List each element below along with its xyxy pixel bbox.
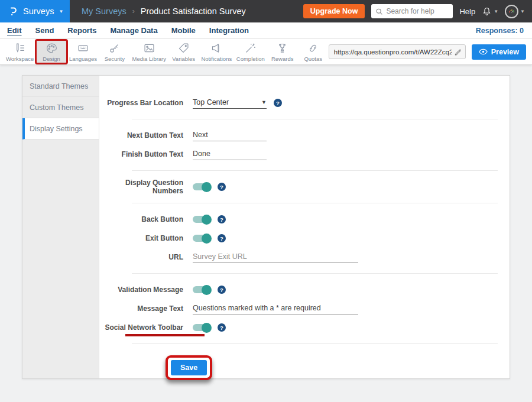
section-divider <box>132 343 498 344</box>
notifications-bell-menu[interactable]: ▼ <box>482 7 498 17</box>
toolbar-item-security[interactable]: Security <box>99 40 130 63</box>
tab-mobile[interactable]: Mobile <box>171 26 196 35</box>
languages-icon <box>77 42 89 54</box>
breadcrumb-separator-icon: › <box>132 7 135 15</box>
settings-card: Standard Themes Custom Themes Display Se… <box>22 75 510 379</box>
help-tooltip-icon[interactable]: ? <box>218 323 226 332</box>
help-link[interactable]: Help <box>459 7 475 16</box>
next-button-text-label: Next Button Text <box>99 131 193 140</box>
product-menu-label: Surveys <box>23 7 54 16</box>
tab-edit[interactable]: Edit <box>7 26 22 35</box>
save-button[interactable]: Save <box>171 360 207 375</box>
finish-button-text-input[interactable] <box>193 148 267 160</box>
workspace-icon <box>14 42 26 54</box>
validation-message-row: Validation Message ? <box>99 280 510 299</box>
message-text-input[interactable] <box>193 303 358 315</box>
help-tooltip-icon[interactable]: ? <box>218 183 226 191</box>
toolbar-item-rewards[interactable]: Rewards <box>267 40 298 63</box>
breadcrumb: My Surveys › Product Satisfaction Survey <box>82 7 246 16</box>
social-network-toolbar-label: Social Network Toolbar <box>99 323 193 332</box>
top-header: Surveys ▼ My Surveys › Product Satisfact… <box>0 0 532 22</box>
back-button-toggle[interactable] <box>193 216 210 223</box>
help-tooltip-icon[interactable]: ? <box>274 99 282 107</box>
search-icon <box>375 8 383 15</box>
section-divider <box>132 273 498 274</box>
bell-icon <box>482 7 492 17</box>
tab-reports[interactable]: Reports <box>67 26 96 35</box>
edit-toolbar: Workspace Design Languages Security Medi… <box>0 39 532 65</box>
toolbar-item-variables[interactable]: Variables <box>168 40 199 63</box>
exit-url-row: URL <box>99 248 510 267</box>
questionpro-logo-icon <box>7 6 18 17</box>
chevron-down-icon: ▼ <box>59 9 63 14</box>
tab-send[interactable]: Send <box>35 26 54 35</box>
design-icon <box>46 42 58 54</box>
account-menu[interactable]: ▼ <box>505 5 525 18</box>
validation-message-label: Validation Message <box>99 286 193 294</box>
progress-bar-location-row: Progress Bar Location Top Center ▼ ? <box>99 93 510 112</box>
exit-url-input[interactable] <box>193 251 358 263</box>
chevron-down-icon: ▼ <box>261 99 267 105</box>
display-question-numbers-toggle[interactable] <box>193 183 210 190</box>
app-window: Surveys ▼ My Surveys › Product Satisfact… <box>0 0 532 402</box>
tab-manage-data[interactable]: Manage Data <box>110 26 157 35</box>
help-tooltip-icon[interactable]: ? <box>218 234 226 242</box>
security-icon <box>108 42 121 54</box>
back-button-label: Back Button <box>99 215 193 223</box>
notifications-icon <box>210 42 223 54</box>
progress-bar-location-select[interactable]: Top Center ▼ <box>193 97 267 109</box>
completion-icon <box>244 42 257 54</box>
sidebar-item-custom-themes[interactable]: Custom Themes <box>22 97 99 118</box>
eye-icon <box>479 48 488 55</box>
header-actions: Upgrade Now Help ▼ ▼ <box>303 4 532 18</box>
survey-url-field[interactable] <box>329 44 466 59</box>
help-tooltip-icon[interactable]: ? <box>218 286 226 294</box>
social-network-toolbar-row: Social Network Toolbar ? <box>99 318 510 337</box>
sidebar-item-standard-themes[interactable]: Standard Themes <box>22 76 99 97</box>
toolbar-item-media-library[interactable]: Media Library <box>130 40 168 63</box>
next-button-text-input[interactable] <box>193 129 267 141</box>
section-divider <box>132 119 498 119</box>
finish-button-text-row: Finish Button Text <box>99 145 510 164</box>
surveys-product-menu[interactable]: Surveys ▼ <box>0 0 70 22</box>
avatar <box>505 5 518 18</box>
breadcrumb-survey-title: Product Satisfaction Survey <box>141 7 246 16</box>
display-question-numbers-row: Display Question Numbers ? <box>99 177 510 196</box>
save-section: Save <box>99 351 510 380</box>
toolbar-item-languages[interactable]: Languages <box>67 40 99 63</box>
help-search-input[interactable] <box>386 7 449 15</box>
next-button-text-row: Next Button Text <box>99 126 510 145</box>
validation-message-toggle[interactable] <box>193 286 210 293</box>
breadcrumb-my-surveys[interactable]: My Surveys <box>82 7 126 16</box>
responses-count[interactable]: Responses: 0 <box>476 27 524 35</box>
toolbar-item-completion[interactable]: Completion <box>234 40 267 63</box>
chevron-down-icon: ▼ <box>520 9 525 14</box>
finish-button-text-label: Finish Button Text <box>99 150 193 158</box>
upgrade-now-button[interactable]: Upgrade Now <box>303 4 365 18</box>
message-text-label: Message Text <box>99 304 193 313</box>
exit-button-toggle[interactable] <box>193 235 210 242</box>
toolbar-item-notifications[interactable]: Notifications <box>199 40 234 63</box>
variables-icon <box>177 42 190 54</box>
display-question-numbers-label: Display Question Numbers <box>99 179 193 195</box>
toolbar-item-design[interactable]: Design <box>36 40 67 63</box>
toolbar-item-workspace[interactable]: Workspace <box>4 40 36 63</box>
sidebar-item-display-settings[interactable]: Display Settings <box>22 118 99 140</box>
preview-button[interactable]: Preview <box>472 44 526 60</box>
media-library-icon <box>143 42 155 54</box>
chevron-down-icon: ▼ <box>494 9 498 14</box>
edit-pencil-icon[interactable] <box>454 48 462 56</box>
annotation-red-underline <box>125 334 205 336</box>
design-sidebar: Standard Themes Custom Themes Display Se… <box>22 76 99 378</box>
tab-integration[interactable]: Integration <box>209 26 249 35</box>
section-divider <box>132 203 498 203</box>
social-network-toolbar-toggle[interactable] <box>193 324 210 331</box>
annotation-red-box: Save <box>166 355 212 380</box>
help-tooltip-icon[interactable]: ? <box>218 215 226 223</box>
design-settings-page: Standard Themes Custom Themes Display Se… <box>0 65 532 379</box>
toolbar-item-quotas[interactable]: Quotas <box>298 40 329 63</box>
survey-url-input[interactable] <box>334 48 452 56</box>
help-search[interactable] <box>371 4 453 18</box>
section-divider <box>132 170 498 171</box>
exit-url-label: URL <box>99 253 193 261</box>
